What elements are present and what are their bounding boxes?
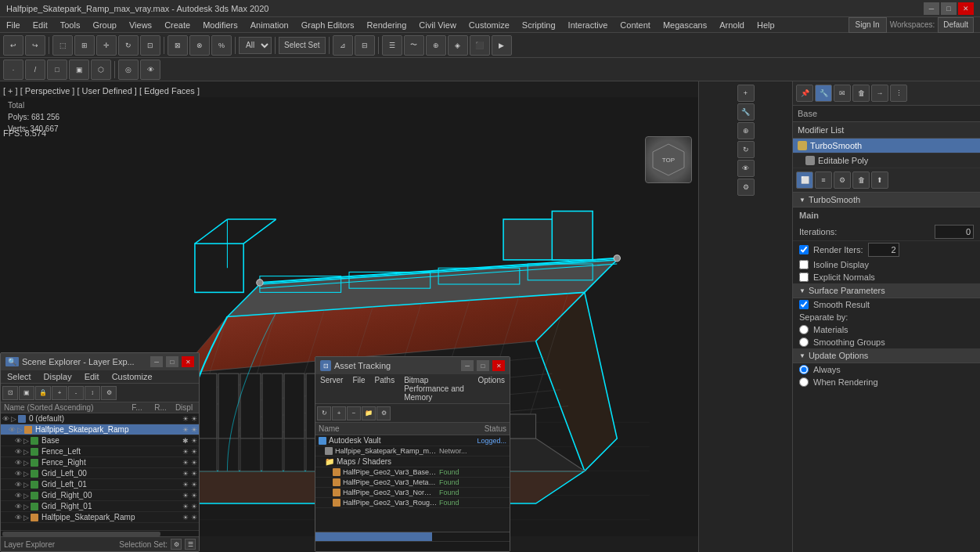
explicit-normals-checkbox[interactable] [799,272,809,282]
menu-scripting[interactable]: Scripting [516,17,562,32]
update-options-section[interactable]: Update Options [793,348,980,363]
mod-action-tab-5[interactable]: ⬆ [871,171,888,189]
explorer-layers-btn[interactable]: ☰ [185,539,196,550]
menu-group[interactable]: Group [86,17,123,32]
at-menu-options[interactable]: Options [474,374,510,403]
editable-poly-modifier[interactable]: Editable Poly [793,153,980,168]
render-iters-checkbox[interactable] [799,245,809,254]
menu-rendering[interactable]: Rendering [361,17,413,32]
exp-sort-btn[interactable]: ↕ [85,386,100,400]
menu-interactive[interactable]: Interactive [562,17,614,32]
schematic-view-button[interactable]: ⊕ [426,35,446,56]
list-item[interactable]: 📁 Maps / Shaders [315,456,510,467]
list-item[interactable]: HalfPipe_Geo2_Var3_Normal.png Found [315,488,510,498]
list-item[interactable]: 👁 ▷ Grid_Right_01 ☀ ☀ [1,501,199,512]
at-settings-btn[interactable]: ⚙ [377,406,391,420]
scene-explorer-close[interactable]: ✕ [182,356,194,367]
exp-settings-btn[interactable]: ⚙ [101,386,117,400]
list-item[interactable]: 👁 ▷ Fence_Right ☀ ☀ [1,457,199,468]
snap-toggle-button[interactable]: ⊠ [168,35,188,56]
at-add-btn[interactable]: + [332,406,346,420]
sub-object-element-button[interactable]: ⬡ [91,60,111,80]
menu-help[interactable]: Help [751,17,781,32]
exp-all-btn[interactable]: ▣ [19,386,34,400]
menu-create[interactable]: Create [158,17,196,32]
list-item[interactable]: 👁 ▷ Grid_Left_00 ☀ ☀ [1,468,199,479]
viewport[interactable]: [ + ] [ Perspective ] [ User Defined ] [… [0,81,698,552]
menu-arnold[interactable]: Arnold [713,17,751,32]
smoothing-groups-radio[interactable] [799,337,809,347]
turbosmooth-modifier[interactable]: TurboSmooth [793,139,980,153]
explorer-settings-btn[interactable]: ⚙ [171,539,182,550]
scene-explorer-minimize[interactable]: ─ [150,356,163,367]
more-tab-btn[interactable]: ⋮ [890,85,907,102]
isolate-selection-button[interactable]: ◎ [118,60,139,80]
menu-graph-editors[interactable]: Graph Editors [295,17,361,32]
mod-action-tab-1[interactable]: ⬜ [796,171,813,189]
menu-content[interactable]: Content [614,17,657,32]
smooth-result-checkbox[interactable] [799,300,809,309]
selection-set-button[interactable]: Select Set [279,37,326,54]
list-item[interactable]: 👁 ▷ Grid_Right_00 ☀ ☀ [1,490,199,501]
list-item[interactable]: HalfPipe_Geo2_Var3_BaseColor.png Found [315,467,510,478]
menu-edit[interactable]: Edit [27,17,54,32]
iterations-input[interactable] [935,225,974,239]
close-button[interactable]: ✕ [958,2,974,15]
view-dropdown[interactable]: All [239,37,272,54]
list-item[interactable]: Halfpipe_Skatepark_Ramp_max_vray.max Net… [315,446,510,456]
at-close-button[interactable]: ✕ [492,360,505,371]
motion-tab-button[interactable]: ↻ [737,141,755,158]
render-setup-button[interactable]: ⬛ [470,35,490,56]
always-radio[interactable] [799,365,809,374]
menu-file[interactable]: File [0,17,27,32]
at-menu-server[interactable]: Server [315,374,348,403]
curve-editor-button[interactable]: 〜 [404,35,424,56]
menu-tools[interactable]: Tools [54,17,87,32]
move-button[interactable]: ✛ [96,35,117,56]
arrow-tab-btn[interactable]: → [871,85,888,102]
list-item[interactable]: 👁 ▷ Fence_Left ☀ ☀ [1,446,199,457]
list-item[interactable]: HalfPipe_Geo2_Var3_Metallic.png Found [315,478,510,488]
explorer-scrollbar[interactable] [1,530,199,536]
mod-action-tab-4[interactable]: 🗑 [852,171,870,189]
exp-filter-btn[interactable]: ⊡ [2,386,18,400]
explorer-menu-select[interactable]: Select [1,370,38,383]
explorer-menu-customize[interactable]: Customize [106,370,159,383]
list-item[interactable]: Autodesk Vault Logged... [315,435,510,446]
workspace-dropdown[interactable]: Default [938,17,974,33]
scene-explorer-maximize[interactable]: □ [166,356,178,367]
sub-object-border-button[interactable]: □ [47,60,67,80]
menu-views[interactable]: Views [123,17,158,32]
asset-tracking-list[interactable]: Autodesk Vault Logged... Halfpipe_Skatep… [315,435,510,532]
when-rendering-radio[interactable] [799,377,809,387]
hide-unselected-button[interactable]: 👁 [140,60,160,80]
angle-snap-button[interactable]: ⊗ [189,35,210,56]
create-tab-button[interactable]: + [737,85,755,102]
explorer-list[interactable]: 👁 ▷ 0 (default) ☀ ☀ 👁 ▷ Halfpipe_Skatepa… [1,413,199,530]
explorer-menu-edit[interactable]: Edit [78,370,106,383]
modify-tab-button[interactable]: 🔧 [737,103,755,121]
materials-radio[interactable] [799,325,809,334]
redo-button[interactable]: ↪ [25,35,45,56]
list-item[interactable]: 👁 ▷ Grid_Left_01 ☀ ☀ [1,479,199,490]
trash-tab-btn[interactable]: 🗑 [852,85,870,102]
menu-modifiers[interactable]: Modifiers [196,17,244,32]
sub-object-edge-button[interactable]: / [25,60,45,80]
layer-manager-button[interactable]: ☰ [382,35,402,56]
turbosmooth-section[interactable]: TurboSmooth [793,193,980,207]
utilities-tab-button[interactable]: ⚙ [737,179,755,196]
mod-action-tab-2[interactable]: ≡ [815,171,832,189]
menu-animation[interactable]: Animation [244,17,295,32]
at-maximize-button[interactable]: □ [477,360,489,371]
at-menu-paths[interactable]: Paths [370,374,400,403]
select-region-button[interactable]: ⊞ [74,35,95,56]
at-folder-btn[interactable]: 📁 [362,406,376,420]
mod-action-tab-3[interactable]: ⚙ [834,171,851,189]
mirror-button[interactable]: ⊿ [333,35,353,56]
select-object-button[interactable]: ⬚ [52,35,73,56]
isoline-checkbox[interactable] [799,260,809,269]
sub-object-vertex-button[interactable]: · [3,60,23,80]
sign-in-button[interactable]: Sign In [848,17,887,33]
at-menu-bitmap[interactable]: Bitmap Performance and Memory [399,374,473,403]
undo-button[interactable]: ↩ [3,35,23,56]
